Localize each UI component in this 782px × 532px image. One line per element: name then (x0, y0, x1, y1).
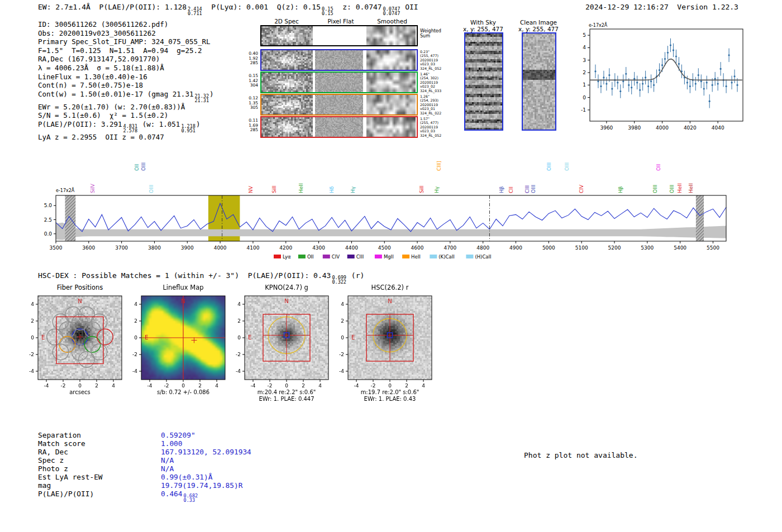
x-tick-label: -2 (61, 383, 66, 389)
smoothed-image (366, 26, 416, 45)
clean-image-xy: x, y: 255, 477 (513, 26, 564, 32)
x-tick-label: 0 (285, 383, 288, 389)
spectrum-line (56, 203, 726, 232)
x-tick-label: -4 (354, 383, 359, 389)
emission-line-label: HeII (677, 183, 683, 193)
row-value: N/A (161, 456, 174, 464)
emission-line-label: CIII (524, 185, 530, 193)
emission-line-label: HeII (688, 183, 694, 193)
legend-swatch (323, 255, 330, 258)
text-segment: LyA z = 2.2955 OII z = 0.0747 (38, 133, 164, 141)
panel-caption: EWr: 1. PLAE: 0.447 (236, 396, 337, 402)
table-row: mag19.79(19.74,19.85)R (38, 481, 251, 490)
meta-line: Weighted (420, 28, 446, 33)
stacked-fraction: 0.07470.0747 (383, 7, 400, 16)
text-segment: RA,Dec (167.913147,52.091770) (38, 55, 160, 63)
compass-north-label: N (78, 298, 82, 304)
stacked-fraction: 1.2180.951 (181, 124, 196, 133)
flux-errorbars (594, 39, 738, 108)
col-title-pixel-flat: Pixel Flat (316, 18, 365, 25)
y-tick-label: 0 (31, 335, 34, 341)
y-tick-label: -4 (339, 368, 344, 374)
row-label: Match score (38, 439, 161, 448)
fiber-circle-gray (47, 329, 63, 345)
emission-line-label: CII (508, 186, 514, 193)
stacked-fraction: 0.150.15 (322, 7, 333, 16)
text-segment: 0.464 (161, 490, 183, 498)
text-segment: λ = 4006.23Å σ = 5.18(±1.88)Å (38, 64, 164, 72)
meta-line: (254, 302) (420, 76, 446, 80)
x-tick-label: 5500 (707, 245, 719, 251)
x-tick-label: 4400 (345, 245, 358, 251)
fiber-circle-red (97, 329, 113, 345)
x-tick-label: 3900 (181, 245, 194, 251)
panel-caption: m:20.4 re:2.2" s:0.6" (236, 389, 337, 395)
smoothed-image (366, 117, 416, 137)
fraction-lower: 0.15 (322, 11, 333, 16)
y-tick-label: 2 (134, 318, 137, 324)
table-row: Match score1.000 (38, 439, 251, 448)
legend-label: OII (307, 254, 314, 260)
text-segment: P(Lyα): 0.001 Q(z): 0.15 (203, 3, 321, 11)
meta-line: v023_03 (420, 129, 446, 133)
x-tick-label: 4800 (476, 245, 489, 251)
x-tick-label: 4000 (214, 245, 227, 251)
2d-spec-cutout-image (261, 95, 313, 114)
text-segment: EWr = 5.20(±1.70) (w: 2.70(±0.83))Å (38, 103, 185, 111)
cutout-row-4 (260, 116, 418, 138)
x-tick-label: 4 (318, 383, 322, 389)
fraction-lower: 21.31 (194, 98, 209, 103)
panel-fiber_positions: Fiber Positions-4-4-2-2002244NEarcsecs (21, 282, 127, 405)
text-segment: z: 0.0747 (334, 3, 382, 11)
y-tick-label: 4 (237, 301, 241, 307)
row-value: 0.4640.6820.33 (161, 490, 198, 498)
fraction-lower: 0.711 (188, 11, 202, 16)
meta-line: 324_RL_052 (420, 66, 446, 70)
x-tick-label: -2 (164, 383, 169, 389)
text-segment: Cont(n) = 7.50(±0.75)e-18 (38, 81, 143, 89)
meta-line: 20200119 (420, 58, 446, 62)
row-value: N/A (161, 464, 174, 473)
weight-value: 305 (240, 106, 258, 111)
masked-region (696, 195, 704, 241)
meta-line: 20200119 (420, 80, 446, 84)
meta-line: Sum (420, 33, 446, 39)
pixel-flat-image (315, 95, 363, 114)
x-tick-label: 4500 (378, 245, 391, 251)
meta-line: 324_RL_033 (420, 89, 446, 93)
x-tick-label: 2 (198, 383, 202, 389)
gaussian-fit-curve (590, 59, 742, 80)
legend-label: CIII (356, 254, 364, 260)
row-label: Spec z (38, 456, 161, 464)
text-segment: Primary Spec_Slot_IFU_AMP: 324_075_055_R… (38, 37, 211, 46)
weight-value: 304 (240, 83, 258, 88)
info-line: λ = 4006.23Å σ = 5.18(±1.88)Å (38, 64, 214, 73)
x-tick-label: 4700 (444, 245, 456, 251)
meta-line: 1.26" (420, 94, 446, 98)
x-tick-label: 5000 (542, 245, 555, 251)
x-tick-label: 3960 (600, 125, 613, 131)
cutout-row-weights: 0.401.92285 (240, 51, 258, 66)
y-tick-label: 2 (237, 318, 241, 324)
text-segment: 0.99(±0.31)Å (161, 473, 212, 481)
y-tick-label: 5.0 (44, 203, 53, 208)
x-tick-label: 0 (182, 383, 185, 389)
x-tick-label: -2 (371, 383, 376, 389)
text-segment: N/A (161, 464, 174, 473)
y-tick-label: -2 (339, 352, 344, 357)
meta-line: v023_03 (420, 62, 446, 66)
x-tick-label: 4 (422, 383, 425, 389)
stacked-fraction: 21.3221.31 (194, 94, 209, 103)
stacked-fraction: 2.4140.711 (188, 7, 202, 16)
meta-line: v023_02 (420, 84, 446, 88)
x-tick-label: 3700 (115, 245, 128, 251)
pixel-flat-image (315, 50, 363, 70)
y-tick-label: 0 (583, 95, 586, 100)
x-tick-label: 4600 (411, 245, 424, 251)
cutout-row-2 (260, 71, 418, 93)
info-line: LineFlux = 1.30(±0.40)e-16 (38, 73, 214, 82)
smoothed-image (366, 50, 416, 70)
x-tick-label: 3800 (148, 245, 161, 251)
panel-caption: arcsecs (30, 389, 130, 395)
x-tick-label: 2 (95, 383, 98, 389)
